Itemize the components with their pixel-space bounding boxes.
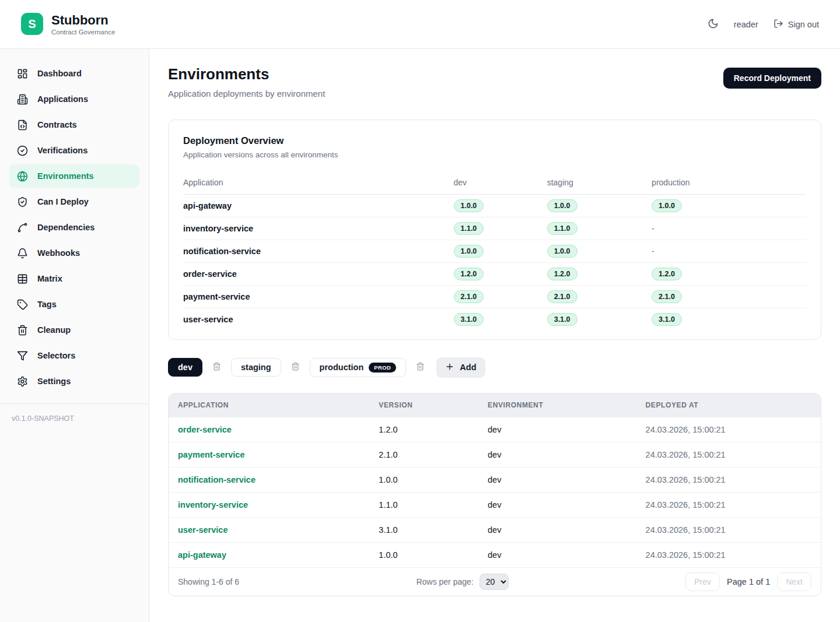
delete-env-dev-button[interactable]	[211, 360, 223, 374]
version-cell: 1.0.0	[369, 542, 478, 567]
contracts-icon	[17, 120, 28, 131]
record-deployment-button[interactable]: Record Deployment	[723, 68, 821, 89]
environment-cell: dev	[478, 492, 636, 517]
deployments-table: APPLICATIONVERSIONENVIRONMENTDEPLOYED AT…	[169, 393, 821, 567]
sidebar-item-label: Matrix	[37, 274, 62, 283]
sidebar-item-contracts[interactable]: Contracts	[9, 113, 139, 136]
sidebar-item-label: Cleanup	[37, 325, 71, 335]
sidebar-item-label: Settings	[37, 377, 71, 386]
deployed-at-cell: 24.03.2026, 15:00:21	[636, 492, 821, 517]
sidebar-item-dependencies[interactable]: Dependencies	[9, 216, 139, 239]
page-header: Environments Application deployments by …	[168, 65, 821, 99]
sidebar-item-environments[interactable]: Environments	[9, 164, 139, 188]
overview-row: order-service1.2.01.2.01.2.0	[183, 263, 806, 286]
deployments-table-card: APPLICATIONVERSIONENVIRONMENTDEPLOYED AT…	[168, 393, 821, 596]
version-badge: 1.0.0	[547, 199, 578, 212]
sign-out-button[interactable]: Sign out	[774, 19, 819, 30]
deployment-overview-card: Deployment Overview Application versions…	[168, 120, 821, 340]
env-tab-dev[interactable]: dev	[168, 358, 202, 377]
page-info-label: Page 1 of 1	[727, 577, 770, 586]
webhooks-icon	[17, 248, 28, 259]
sidebar-item-label: Dependencies	[37, 223, 94, 232]
environments-icon	[17, 171, 28, 182]
deployment-row: order-service1.2.0dev24.03.2026, 15:00:2…	[169, 417, 821, 442]
rows-per-page-label: Rows per page:	[416, 577, 474, 586]
deployed-at-cell: 24.03.2026, 15:00:21	[636, 467, 821, 492]
application-link[interactable]: payment-service	[178, 450, 244, 459]
brand: S Stubborn Contract Governance	[21, 13, 115, 36]
version-badge: 3.1.0	[454, 313, 484, 326]
header-actions: reader Sign out	[708, 18, 819, 31]
overview-app-name: user-service	[183, 315, 233, 324]
sidebar-item-verifications[interactable]: Verifications	[9, 139, 139, 162]
overview-table: Applicationdevstagingproduction api-gate…	[183, 173, 806, 331]
selectors-icon	[17, 350, 28, 361]
version-badge: 1.2.0	[547, 268, 578, 280]
settings-icon	[17, 376, 28, 387]
environment-tabs: devstagingproductionPRODAdd	[168, 357, 821, 378]
sidebar-item-webhooks[interactable]: Webhooks	[9, 241, 139, 265]
env-tab-label: dev	[178, 363, 192, 372]
trash-icon	[291, 362, 300, 373]
no-version-dash: -	[652, 224, 654, 233]
matrix-icon	[17, 273, 28, 284]
version-cell: 1.0.0	[369, 467, 478, 492]
theme-toggle-button[interactable]	[708, 18, 719, 31]
delete-env-production-button[interactable]	[414, 360, 426, 374]
version-badge: 3.1.0	[547, 313, 578, 326]
version-badge: 1.1.0	[454, 222, 484, 235]
sidebar-item-selectors[interactable]: Selectors	[9, 344, 139, 367]
overview-column-header: Application	[183, 173, 454, 195]
version-badge: 1.0.0	[454, 199, 484, 212]
next-page-button[interactable]: Next	[777, 572, 811, 591]
version-badge: 1.0.0	[547, 245, 578, 258]
application-link[interactable]: user-service	[178, 525, 228, 535]
sidebar-item-applications[interactable]: Applications	[9, 87, 139, 111]
application-link[interactable]: order-service	[178, 425, 232, 434]
app-version-label: v0.1.0-SNAPSHOT	[0, 403, 149, 433]
env-tab-production[interactable]: productionPROD	[310, 358, 407, 377]
deployment-row: user-service3.1.0dev24.03.2026, 15:00:21	[169, 517, 821, 542]
sidebar-item-cleanup[interactable]: Cleanup	[9, 318, 139, 342]
overview-column-header: dev	[454, 173, 547, 195]
sidebar-item-settings[interactable]: Settings	[9, 370, 139, 393]
sidebar-nav: DashboardApplicationsContractsVerificati…	[0, 49, 149, 395]
version-badge: 2.1.0	[454, 290, 484, 303]
deployment-row: notification-service1.0.0dev24.03.2026, …	[169, 467, 821, 492]
rows-per-page-select[interactable]: 20	[480, 574, 509, 590]
sidebar-item-tags[interactable]: Tags	[9, 293, 139, 316]
deployed-at-cell: 24.03.2026, 15:00:21	[636, 517, 821, 542]
add-label: Add	[460, 363, 476, 372]
deployed-at-cell: 24.03.2026, 15:00:21	[636, 417, 821, 442]
env-tab-staging[interactable]: staging	[231, 358, 281, 377]
table-footer: Showing 1-6 of 6 Rows per page: 20 Prev …	[169, 567, 821, 596]
version-cell: 1.2.0	[369, 417, 478, 442]
prod-badge: PROD	[369, 363, 396, 373]
application-link[interactable]: notification-service	[178, 475, 256, 484]
sidebar-item-label: Dashboard	[37, 69, 82, 78]
environment-cell: dev	[478, 517, 636, 542]
deployed-at-cell: 24.03.2026, 15:00:21	[636, 542, 821, 567]
can-i-deploy-icon	[17, 196, 28, 208]
delete-env-staging-button[interactable]	[289, 360, 302, 374]
application-link[interactable]: inventory-service	[178, 500, 248, 509]
overview-column-header: production	[652, 173, 806, 195]
sidebar: DashboardApplicationsContractsVerificati…	[0, 49, 149, 622]
environment-cell: dev	[478, 442, 636, 467]
sidebar-item-can-i-deploy[interactable]: Can I Deploy	[9, 190, 139, 213]
overview-title: Deployment Overview	[183, 135, 806, 146]
sidebar-item-dashboard[interactable]: Dashboard	[9, 62, 139, 85]
moon-icon	[708, 18, 719, 31]
add-environment-button[interactable]: Add	[436, 357, 485, 378]
overview-app-name: order-service	[183, 269, 237, 279]
version-cell: 2.1.0	[369, 442, 478, 467]
dashboard-icon	[17, 68, 28, 79]
version-badge: 1.0.0	[454, 245, 484, 258]
trash-icon	[212, 362, 221, 373]
application-link[interactable]: api-gateway	[178, 550, 226, 560]
deployment-row: inventory-service1.1.0dev24.03.2026, 15:…	[169, 492, 821, 517]
brand-logo: S	[21, 13, 43, 35]
sidebar-item-matrix[interactable]: Matrix	[9, 267, 139, 290]
prev-page-button[interactable]: Prev	[685, 572, 720, 591]
deployments-column-header: ENVIRONMENT	[478, 393, 636, 417]
